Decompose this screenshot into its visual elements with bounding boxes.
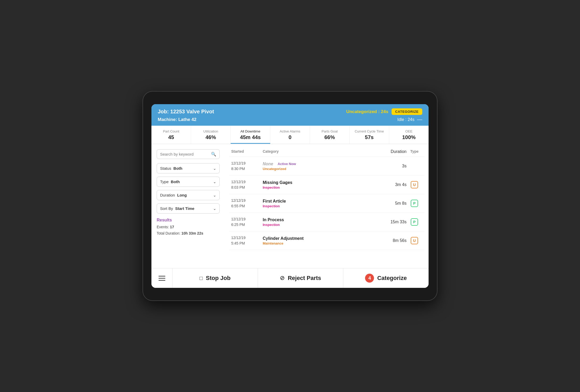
- table-row[interactable]: 12/12/195:45 PM Cylinder Adjustment Main…: [229, 231, 424, 250]
- duration-filter-label: Duration Long: [160, 193, 187, 197]
- stop-icon: □: [199, 275, 203, 281]
- idle-status: Idle : 24s: [397, 117, 414, 122]
- row-started: 12/12/198:30 PM: [231, 161, 263, 172]
- row-duration: 3s: [375, 164, 407, 168]
- table-row[interactable]: 12/12/198:03 PM Missing Gages Inspection…: [229, 176, 424, 194]
- sort-filter-dropdown[interactable]: Sort By Start Time ⌄: [157, 203, 220, 214]
- row-duration: 3m 4s: [375, 182, 407, 187]
- footer: □ Stop Job ⊘ Reject Parts 4 Categorize: [151, 268, 429, 288]
- reject-parts-button[interactable]: ⊘ Reject Parts: [258, 268, 344, 288]
- row-category-sub: Inspection: [263, 223, 375, 227]
- reject-parts-label: Reject Parts: [288, 275, 321, 282]
- stat-parts-goal-label: Parts Goal: [312, 129, 347, 133]
- stat-cycle-time-value: 57s: [352, 134, 387, 140]
- header: Job: 12253 Valve Pivot Uncategorized : 2…: [151, 104, 429, 126]
- results-meta: Events: 17 Total Duration: 10h 33m 22s: [157, 224, 220, 237]
- stat-active-alarms-label: Active Alarms: [272, 129, 308, 133]
- status-filter-label: Status Both: [160, 166, 182, 171]
- stat-oee[interactable]: OEE 100%: [389, 126, 429, 144]
- col-header-category: Category: [263, 149, 375, 154]
- row-category-name: In Process: [263, 218, 375, 222]
- stat-active-alarms-value: 0: [272, 134, 308, 140]
- reject-icon: ⊘: [280, 275, 284, 282]
- tablet-shell: Job: 12253 Valve Pivot Uncategorized : 2…: [143, 92, 437, 300]
- search-box[interactable]: 🔍: [157, 149, 220, 159]
- row-started: 12/12/196:25 PM: [231, 216, 263, 227]
- row-category: None Active Now Uncategorized: [263, 162, 375, 171]
- row-category-sub: Maintenance: [263, 241, 375, 245]
- hamburger-icon: [159, 276, 165, 281]
- main-content: 🔍 Status Both ⌄ Type Both ⌄ Duration Lon…: [151, 144, 429, 265]
- type-filter-dropdown[interactable]: Type Both ⌄: [157, 177, 220, 187]
- row-category: In Process Inspection: [263, 218, 375, 227]
- stats-bar: Part Count 45 Utilization 46% All Downti…: [151, 126, 429, 144]
- table-row[interactable]: 12/12/196:25 PM In Process Inspection 15…: [229, 213, 424, 231]
- table-row[interactable]: 12/12/196:55 PM First Article Inspection…: [229, 194, 424, 213]
- results-section: Results Events: 17 Total Duration: 10h 3…: [157, 218, 220, 237]
- menu-button[interactable]: [151, 268, 172, 288]
- col-header-type: Type: [407, 149, 422, 154]
- uncategorized-status: Uncategorized : 24s: [346, 109, 388, 114]
- row-category: Cylinder Adjustment Maintenance: [263, 236, 375, 245]
- row-category: First Article Inspection: [263, 199, 375, 208]
- events-label: Events:: [157, 225, 170, 229]
- stat-part-count-value: 45: [154, 134, 189, 140]
- stat-utilization[interactable]: Utilization 46%: [191, 126, 231, 144]
- chevron-down-icon: ⌄: [213, 180, 216, 184]
- search-input[interactable]: [160, 152, 211, 156]
- results-title: Results: [157, 218, 220, 223]
- col-header-duration: Duration: [375, 149, 407, 154]
- row-category-name: Cylinder Adjustment: [263, 236, 375, 241]
- row-type: U: [407, 181, 422, 188]
- type-badge-u: U: [411, 181, 418, 188]
- chevron-down-icon: ⌄: [213, 166, 216, 171]
- row-category-name: First Article: [263, 199, 375, 204]
- row-category: Missing Gages Inspection: [263, 180, 375, 189]
- stat-part-count-label: Part Count: [154, 129, 189, 133]
- stat-cycle-time-label: Current Cycle Time: [352, 129, 387, 133]
- status-filter-dropdown[interactable]: Status Both ⌄: [157, 163, 220, 173]
- categorize-button[interactable]: 4 Categorize: [343, 268, 429, 288]
- row-type: P: [407, 200, 422, 207]
- machine-label: Machine: Lathe 42: [158, 117, 196, 122]
- stat-part-count[interactable]: Part Count 45: [151, 126, 191, 144]
- row-started: 12/12/196:55 PM: [231, 198, 263, 209]
- table-area: Started Category Duration Type 12/12/198…: [225, 149, 429, 265]
- stat-utilization-label: Utilization: [193, 129, 228, 133]
- search-icon: 🔍: [211, 152, 216, 157]
- duration-filter-dropdown[interactable]: Duration Long ⌄: [157, 190, 220, 200]
- chevron-down-icon: ⌄: [213, 193, 216, 197]
- sort-filter-label: Sort By Start Time: [160, 206, 194, 211]
- stat-utilization-value: 46%: [193, 134, 228, 140]
- stat-parts-goal[interactable]: Parts Goal 66%: [310, 126, 350, 144]
- row-category-sub: Inspection: [263, 204, 375, 208]
- total-duration-value: 10h 33m 22s: [181, 231, 203, 235]
- stat-cycle-time[interactable]: Current Cycle Time 57s: [350, 126, 389, 144]
- row-duration: 5m 8s: [375, 201, 407, 206]
- row-duration: 15m 33s: [375, 220, 407, 224]
- type-badge-p: P: [411, 200, 418, 207]
- stop-job-button[interactable]: □ Stop Job: [172, 268, 258, 288]
- stat-parts-goal-value: 66%: [312, 134, 347, 140]
- row-category-name: None Active Now: [263, 162, 375, 166]
- row-type: P: [407, 218, 422, 226]
- type-badge-u: U: [411, 237, 418, 244]
- row-category-name: Missing Gages: [263, 180, 375, 185]
- row-duration: 8m 56s: [375, 238, 407, 243]
- stat-all-downtime[interactable]: All Downtime 45m 44s: [231, 126, 270, 144]
- stat-all-downtime-label: All Downtime: [233, 129, 268, 133]
- stat-active-alarms[interactable]: Active Alarms 0: [270, 126, 310, 144]
- categorize-header-button[interactable]: CATEGORIZE: [392, 108, 422, 115]
- stop-job-label: Stop Job: [206, 275, 230, 282]
- tablet-screen: Job: 12253 Valve Pivot Uncategorized : 2…: [151, 104, 429, 288]
- row-started: 12/12/198:03 PM: [231, 179, 263, 190]
- row-category-sub: Inspection: [263, 186, 375, 189]
- sidebar: 🔍 Status Both ⌄ Type Both ⌄ Duration Lon…: [151, 149, 225, 265]
- table-row[interactable]: 12/12/198:30 PM None Active Now Uncatego…: [229, 157, 424, 176]
- row-category-sub: Uncategorized: [263, 167, 375, 171]
- events-count: 17: [170, 225, 174, 229]
- idle-dash-icon: —: [417, 116, 422, 123]
- col-header-started: Started: [231, 149, 263, 154]
- table-header: Started Category Duration Type: [229, 149, 424, 157]
- type-badge-p: P: [411, 218, 418, 226]
